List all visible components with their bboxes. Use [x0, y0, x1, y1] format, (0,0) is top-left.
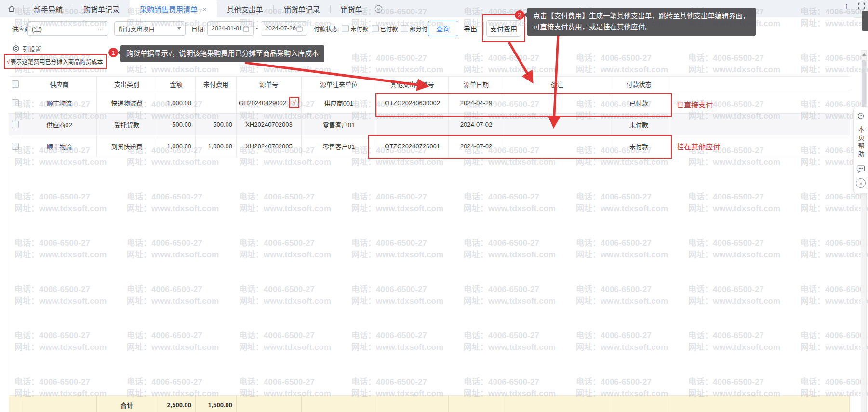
watermark-text: 电话：4006-6500-27: [351, 190, 427, 202]
cell-category: 快递物流费: [97, 92, 157, 113]
watermark-text: 网址：www.tdxsoft.com: [576, 294, 668, 306]
date-from-input[interactable]: 2024-01-01: [207, 21, 254, 36]
checkbox-icon[interactable]: [372, 25, 379, 32]
watermark-text: 电话：4006-6500-27: [464, 51, 539, 63]
header-supplier: 供应商: [22, 77, 97, 92]
watermark-text: 电话：4006-6500-27: [127, 236, 202, 248]
watermark-text: 网址：www.tdxsoft.com: [464, 340, 556, 352]
tooltip-2: 点击【支付费用】生成一笔其他支出单，跳转至其他支出单编辑界面， 可直接支付费用，…: [527, 8, 756, 36]
watermark-text: 网址：www.tdxsoft.com: [688, 201, 780, 213]
watermark-text: 电话：4006-6500-27: [464, 282, 539, 294]
checkbox-icon[interactable]: [342, 25, 349, 32]
source-no-text: XH20240702003: [245, 121, 293, 128]
tab-4[interactable]: 其他支出单: [217, 0, 273, 17]
page-help-label: 本页帮助: [856, 126, 866, 159]
table-footer-row: 合计2,500.001,500.00: [9, 395, 850, 412]
watermark-text: 电话：4006-6500-27: [688, 51, 764, 63]
watermark-text: 网址：www.tdxsoft.com: [127, 63, 219, 75]
scroll-up-arrow[interactable]: [862, 53, 866, 56]
date-to-value: 2024-07-26: [265, 25, 296, 32]
feedback-button[interactable]: [856, 164, 865, 173]
page-help-button[interactable]: [856, 112, 865, 121]
tab-label: 采购销售费用清单: [140, 4, 198, 14]
tab-label: 购货单记录: [83, 4, 120, 14]
row1-annotation-box: [375, 93, 672, 117]
tooltip-1: 购货单据显示√，说明该笔采购费用已分摊至商品采购入库成本: [120, 45, 324, 62]
row-checkbox[interactable]: [12, 143, 19, 150]
pay-status-option-1[interactable]: 未付款: [342, 24, 369, 33]
header-other_no: 其他支出单编号: [376, 77, 449, 92]
checkbox-icon[interactable]: [401, 25, 408, 32]
header-source_date: 源单日期: [449, 77, 504, 92]
pay-status-option-2[interactable]: 已付款: [372, 24, 399, 33]
cell-source_date: 2024-07-02: [449, 114, 504, 135]
supplier-input[interactable]: (空) ...: [27, 21, 108, 36]
row-checkbox[interactable]: [12, 121, 19, 128]
tab-overflow-button[interactable]: [374, 0, 383, 17]
tab-3[interactable]: 采购销售费用清单×: [130, 0, 217, 17]
tab-2[interactable]: 购货单记录: [73, 0, 130, 17]
watermark-text: 网址：www.tdxsoft.com: [14, 248, 107, 260]
expense-type-value: 所有支出项目: [119, 24, 155, 33]
tab-1[interactable]: 新手导航: [24, 0, 73, 17]
table-row-2[interactable]: 供应商02受托货款500.00500.00XH20240702003零售客户01…: [9, 114, 850, 135]
collapse-panel-button[interactable]: »: [856, 178, 866, 188]
footer-status: [610, 396, 668, 412]
side-tab-collapsed[interactable]: [862, 11, 868, 31]
export-button[interactable]: 导出: [457, 21, 484, 36]
cell-source_partner: 零售客户01: [302, 135, 376, 157]
cell-supplier: 供应商02: [22, 114, 97, 135]
cell-amount: 1,000.00: [157, 135, 196, 157]
watermark-text: 网址：www.tdxsoft.com: [239, 63, 331, 75]
watermark-text: 电话：4006-6500-27: [464, 190, 539, 202]
back-to-top-button[interactable]: ↑: [844, 1, 849, 11]
tab-close-icon[interactable]: ×: [202, 5, 207, 13]
home-button[interactable]: [0, 0, 23, 17]
column-settings-button[interactable]: 列设置: [13, 44, 41, 53]
allocated-check-mark: √: [289, 97, 299, 108]
footer-source_no: [237, 396, 302, 412]
lightbulb-icon: [856, 112, 865, 121]
pay-fee-button[interactable]: 支付费用: [486, 20, 521, 37]
row-checkbox[interactable]: [12, 99, 19, 106]
footer-remark: [504, 396, 610, 412]
calendar-icon: [296, 26, 303, 32]
watermark-text: 电话：4006-6500-27: [239, 282, 315, 294]
watermark-text: 电话：4006-6500-27: [239, 329, 315, 341]
tab-6[interactable]: 销货单: [331, 0, 373, 17]
watermark-text: 网址：www.tdxsoft.com: [801, 63, 868, 75]
watermark-text: 网址：www.tdxsoft.com: [464, 294, 556, 306]
supplier-more-button[interactable]: ...: [98, 25, 104, 32]
footer-source_partner: [302, 396, 376, 412]
watermark-text: 电话：4006-6500-27: [127, 375, 202, 387]
app-window: 电话：4006-6500-27网址：www.tdxsoft.com电话：4006…: [0, 0, 868, 412]
header-source_partner: 源单往来单位: [302, 77, 376, 92]
footer-unpaid: 1,500.00: [196, 396, 237, 412]
tab-label: 其他支出单: [227, 4, 263, 14]
watermark-text: 电话：4006-6500-27: [14, 329, 90, 341]
date-to-input[interactable]: 2024-07-26: [261, 21, 307, 36]
watermark-text: 网址：www.tdxsoft.com: [239, 248, 331, 260]
watermark-text: 电话：4006-6500-27: [464, 329, 539, 341]
cell-category: 受托货款: [97, 114, 157, 135]
watermark-text: 网址：www.tdxsoft.com: [801, 201, 868, 213]
watermark-text: 网址：www.tdxsoft.com: [239, 294, 331, 306]
source-no-text: XH20240702005: [245, 143, 293, 150]
expense-type-select[interactable]: 所有支出项目: [114, 21, 186, 36]
watermark-text: 网址：www.tdxsoft.com: [576, 63, 668, 75]
query-button[interactable]: 查询: [428, 21, 458, 36]
tab-5[interactable]: 销货单记录: [274, 0, 330, 17]
watermark-text: 网址：www.tdxsoft.com: [239, 340, 331, 352]
watermark-text: 网址：www.tdxsoft.com: [464, 63, 556, 75]
cell-category: 到货快递费: [97, 135, 157, 157]
watermark-text: 电话：4006-6500-27: [576, 190, 652, 202]
watermark-text: 网址：www.tdxsoft.com: [688, 294, 780, 306]
fullscreen-icon: [858, 2, 865, 10]
row-checkbox[interactable]: [12, 80, 19, 88]
column-settings-label: 列设置: [23, 44, 41, 53]
date-label: 日期:: [191, 24, 205, 33]
chat-icon: [856, 164, 865, 173]
watermark-text: 网址：www.tdxsoft.com: [576, 340, 668, 352]
date-from-value: 2024-01-01: [212, 25, 242, 32]
callout-badge-2: 2: [515, 10, 524, 20]
